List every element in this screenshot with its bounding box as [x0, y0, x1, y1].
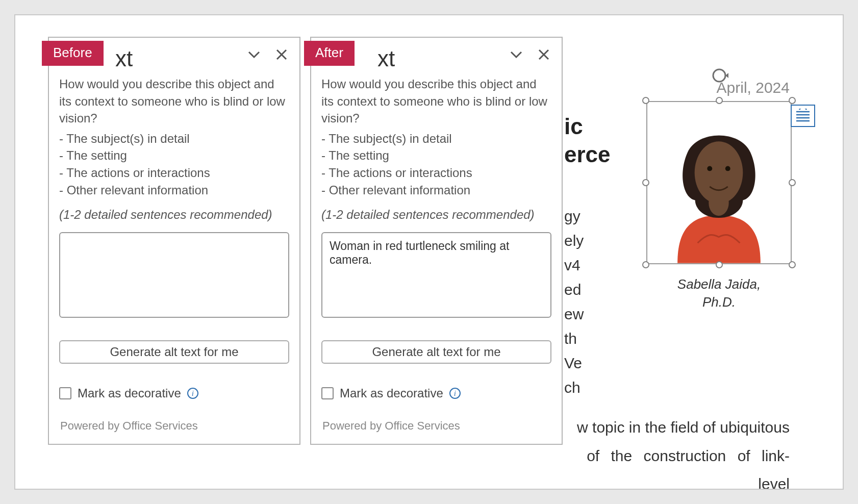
image-frame — [646, 101, 792, 264]
alt-text-pane-after: xt How would you describe this object an… — [310, 37, 563, 445]
info-icon[interactable]: i — [449, 388, 461, 399]
document-title-fragment: ic erce — [564, 112, 611, 168]
portrait-photo — [647, 102, 791, 263]
pane-recommendation: (1-2 detailed sentences recommended) — [59, 208, 289, 222]
alt-text-pane-before: xt How would you describe this object an… — [48, 37, 300, 445]
mark-decorative-checkbox[interactable] — [59, 387, 71, 399]
alt-text-input[interactable] — [59, 232, 289, 318]
svg-point-5 — [725, 166, 730, 171]
info-icon[interactable]: i — [187, 388, 198, 399]
image-caption: Sabella Jaida, Ph.D. — [646, 275, 792, 311]
pane-guidance-list: - The subject(s) in detail - The setting… — [59, 130, 289, 198]
after-tag: After — [304, 41, 355, 66]
selected-image[interactable] — [646, 101, 792, 264]
resize-handle[interactable] — [789, 261, 796, 268]
pane-recommendation: (1-2 detailed sentences recommended) — [321, 208, 551, 222]
pane-footer: Powered by Office Services — [60, 419, 198, 433]
mark-decorative-checkbox[interactable] — [321, 387, 334, 399]
pane-footer: Powered by Office Services — [322, 419, 460, 433]
resize-handle[interactable] — [716, 261, 723, 268]
resize-handle[interactable] — [789, 97, 796, 104]
svg-point-3 — [709, 190, 728, 216]
pane-guidance-list: - The subject(s) in detail - The setting… — [321, 130, 551, 198]
close-icon[interactable] — [536, 47, 551, 64]
mark-decorative-label: Mark as decorative — [78, 386, 181, 400]
before-tag: Before — [42, 41, 104, 66]
resize-handle[interactable] — [789, 179, 796, 186]
generate-alt-text-button[interactable]: Generate alt text for me — [59, 340, 289, 364]
resize-handle[interactable] — [716, 97, 723, 104]
outer-frame: 22 April, 2024 ic erce gy ely v4 ed ew t… — [14, 14, 844, 490]
rotate-handle-icon[interactable] — [709, 65, 729, 86]
resize-handle[interactable] — [642, 97, 649, 104]
chevron-down-icon[interactable] — [246, 47, 262, 64]
generate-alt-text-button[interactable]: Generate alt text for me — [321, 340, 551, 364]
pane-description: How would you describe this object and i… — [59, 75, 289, 127]
alt-text-input[interactable] — [321, 232, 551, 318]
document-body-right-edge: gy ely v4 ed ew th Ve ch — [564, 204, 584, 400]
pane-description: How would you describe this object and i… — [321, 75, 551, 127]
resize-handle[interactable] — [642, 179, 649, 186]
resize-handle[interactable] — [642, 261, 649, 268]
svg-point-0 — [713, 69, 725, 82]
chevron-down-icon[interactable] — [509, 47, 524, 64]
svg-point-4 — [707, 166, 712, 171]
mark-decorative-label: Mark as decorative — [340, 386, 443, 400]
layout-options-icon[interactable] — [791, 105, 815, 127]
close-icon[interactable] — [274, 47, 289, 64]
